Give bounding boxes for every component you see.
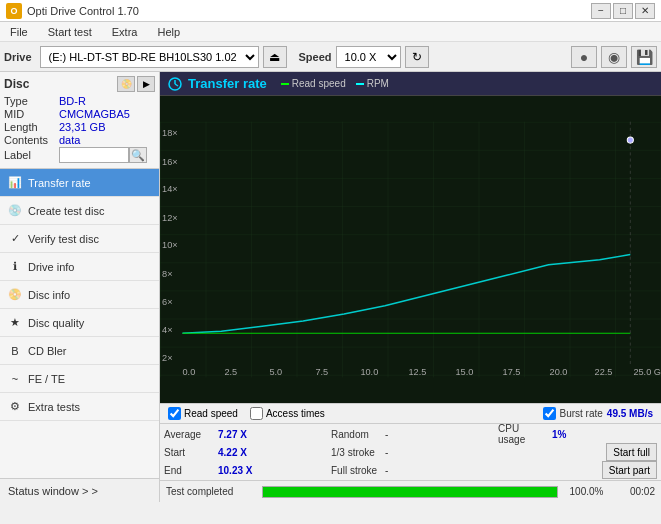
svg-rect-3 bbox=[160, 122, 661, 378]
full-stroke-value: - bbox=[385, 465, 388, 476]
transfer-rate-icon: 📊 bbox=[8, 176, 22, 190]
menu-extra[interactable]: Extra bbox=[106, 24, 144, 40]
drive-selector[interactable]: (E:) HL-DT-ST BD-RE BH10LS30 1.02 bbox=[40, 46, 259, 68]
read-speed-checkbox[interactable]: Read speed bbox=[168, 407, 238, 420]
access-times-checkbox-input[interactable] bbox=[250, 407, 263, 420]
icon-btn-1[interactable]: ● bbox=[571, 46, 597, 68]
disc-contents-label: Contents bbox=[4, 134, 59, 146]
disc-label-input[interactable] bbox=[59, 147, 129, 163]
nav-cd-bler[interactable]: B CD Bler bbox=[0, 337, 159, 365]
svg-text:12×: 12× bbox=[162, 213, 178, 223]
close-button[interactable]: ✕ bbox=[635, 3, 655, 19]
burst-rate-display: Burst rate 49.5 MB/s bbox=[543, 407, 654, 420]
start-part-button[interactable]: Start part bbox=[602, 461, 657, 479]
disc-contents-value: data bbox=[59, 134, 80, 146]
svg-text:6×: 6× bbox=[162, 297, 172, 307]
access-times-checkbox-label: Access times bbox=[266, 408, 325, 419]
svg-text:12.5: 12.5 bbox=[408, 367, 426, 377]
svg-text:7.5: 7.5 bbox=[315, 367, 328, 377]
start-value: 4.22 X bbox=[218, 447, 253, 458]
stats-area: Read speed Access times Burst rate 49.5 … bbox=[160, 403, 661, 480]
start-stat-row: Start 4.22 X bbox=[160, 443, 327, 461]
chart-container: 18× 16× 14× 12× 10× 8× 6× 4× 2× 0.0 2.5 … bbox=[160, 96, 661, 403]
title-bar: O Opti Drive Control 1.70 − □ ✕ bbox=[0, 0, 661, 22]
menu-start-test[interactable]: Start test bbox=[42, 24, 98, 40]
read-speed-checkbox-label: Read speed bbox=[184, 408, 238, 419]
read-speed-checkbox-input[interactable] bbox=[168, 407, 181, 420]
speed-selector[interactable]: 10.0 X bbox=[336, 46, 401, 68]
svg-text:22.5: 22.5 bbox=[595, 367, 613, 377]
menu-help[interactable]: Help bbox=[151, 24, 186, 40]
average-label: Average bbox=[164, 429, 214, 440]
legend-rpm-text: RPM bbox=[367, 78, 389, 89]
random-value: - bbox=[385, 429, 388, 440]
legend-read-speed: Read speed bbox=[281, 78, 346, 89]
refresh-speed-button[interactable]: ↻ bbox=[405, 46, 429, 68]
nav-drive-info[interactable]: ℹ Drive info bbox=[0, 253, 159, 281]
full-stroke-label: Full stroke bbox=[331, 465, 381, 476]
disc-contents-row: Contents data bbox=[4, 134, 155, 146]
stroke-label: 1/3 stroke bbox=[331, 447, 381, 458]
disc-length-label: Length bbox=[4, 121, 59, 133]
svg-text:20.0: 20.0 bbox=[550, 367, 568, 377]
start-full-button[interactable]: Start full bbox=[606, 443, 657, 461]
checkboxes-row: Read speed Access times Burst rate 49.5 … bbox=[160, 404, 661, 424]
nav-verify-test-disc[interactable]: ✓ Verify test disc bbox=[0, 225, 159, 253]
disc-type-value: BD-R bbox=[59, 95, 86, 107]
nav-disc-info[interactable]: 📀 Disc info bbox=[0, 281, 159, 309]
nav-transfer-rate-label: Transfer rate bbox=[28, 177, 91, 189]
disc-title: Disc bbox=[4, 77, 29, 91]
chart-icon bbox=[168, 77, 182, 91]
menu-file[interactable]: File bbox=[4, 24, 34, 40]
svg-text:17.5: 17.5 bbox=[503, 367, 521, 377]
cpu-stat-row: CPU usage 1% bbox=[494, 425, 661, 443]
nav-disc-info-label: Disc info bbox=[28, 289, 70, 301]
svg-text:10×: 10× bbox=[162, 240, 178, 250]
nav-fe-te-label: FE / TE bbox=[28, 373, 65, 385]
disc-icon-btn-2[interactable]: ▶ bbox=[137, 76, 155, 92]
stroke-value: - bbox=[385, 447, 388, 458]
nav-create-test-disc-label: Create test disc bbox=[28, 205, 104, 217]
disc-label-row: Label 🔍 bbox=[4, 147, 155, 163]
chart-title: Transfer rate bbox=[188, 76, 267, 91]
burst-rate-checkbox-label: Burst rate bbox=[560, 408, 603, 419]
nav-fe-te[interactable]: ~ FE / TE bbox=[0, 365, 159, 393]
end-value: 10.23 X bbox=[218, 465, 253, 476]
icon-btn-2[interactable]: ◉ bbox=[601, 46, 627, 68]
burst-rate-checkbox-input[interactable] bbox=[543, 407, 556, 420]
nav-transfer-rate[interactable]: 📊 Transfer rate bbox=[0, 169, 159, 197]
svg-text:15.0: 15.0 bbox=[455, 367, 473, 377]
disc-quality-icon: ★ bbox=[8, 316, 22, 330]
disc-label-btn[interactable]: 🔍 bbox=[129, 147, 147, 163]
save-button[interactable]: 💾 bbox=[631, 46, 657, 68]
disc-icon-btn-1[interactable]: 📀 bbox=[117, 76, 135, 92]
access-times-checkbox[interactable]: Access times bbox=[250, 407, 325, 420]
nav-extra-tests[interactable]: ⚙ Extra tests bbox=[0, 393, 159, 421]
nav-disc-quality[interactable]: ★ Disc quality bbox=[0, 309, 159, 337]
status-window-button[interactable]: Status window > > bbox=[0, 478, 159, 502]
stats-col-3: CPU usage 1% Start full Start part bbox=[494, 425, 661, 479]
title-bar-left: O Opti Drive Control 1.70 bbox=[6, 3, 139, 19]
average-stat-row: Average 7.27 X bbox=[160, 425, 327, 443]
maximize-button[interactable]: □ bbox=[613, 3, 633, 19]
main-content: Disc 📀 ▶ Type BD-R MID CMCMAGBA5 Length … bbox=[0, 72, 661, 502]
right-panel: Transfer rate Read speed RPM bbox=[160, 72, 661, 502]
nav-drive-info-label: Drive info bbox=[28, 261, 74, 273]
svg-text:16×: 16× bbox=[162, 157, 178, 167]
disc-panel: Disc 📀 ▶ Type BD-R MID CMCMAGBA5 Length … bbox=[0, 72, 159, 169]
minimize-button[interactable]: − bbox=[591, 3, 611, 19]
sidebar: Disc 📀 ▶ Type BD-R MID CMCMAGBA5 Length … bbox=[0, 72, 160, 502]
app-icon: O bbox=[6, 3, 22, 19]
progress-bar-inner bbox=[263, 487, 557, 497]
disc-mid-label: MID bbox=[4, 108, 59, 120]
disc-type-row: Type BD-R bbox=[4, 95, 155, 107]
verify-test-disc-icon: ✓ bbox=[8, 232, 22, 246]
transfer-rate-chart: 18× 16× 14× 12× 10× 8× 6× 4× 2× 0.0 2.5 … bbox=[160, 96, 661, 403]
eject-button[interactable]: ⏏ bbox=[263, 46, 287, 68]
app-title: Opti Drive Control 1.70 bbox=[27, 5, 139, 17]
stats-columns: Average 7.27 X Start 4.22 X End 10.23 X … bbox=[160, 424, 661, 480]
nav-create-test-disc[interactable]: 💿 Create test disc bbox=[0, 197, 159, 225]
svg-text:10.0: 10.0 bbox=[360, 367, 378, 377]
speed-label: Speed bbox=[299, 51, 332, 63]
disc-info-icon: 📀 bbox=[8, 288, 22, 302]
